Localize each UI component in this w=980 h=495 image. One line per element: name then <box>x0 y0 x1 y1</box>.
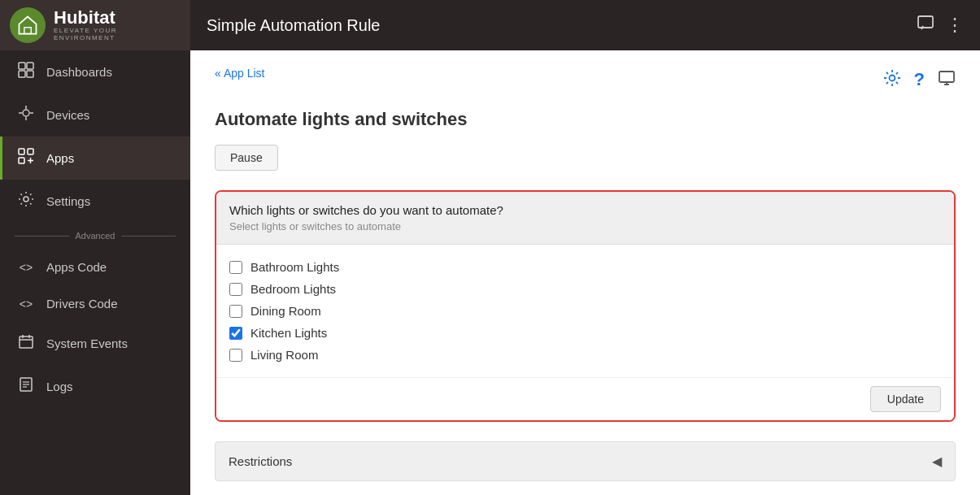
svg-rect-27 <box>939 72 954 82</box>
logo-subtitle: ELEVATE YOUR ENVIRONMENT <box>54 27 181 41</box>
svg-rect-25 <box>918 16 933 28</box>
restrictions-bar[interactable]: Restrictions ◀ <box>215 441 956 481</box>
svg-rect-3 <box>27 63 33 69</box>
svg-point-6 <box>23 110 29 116</box>
devices-icon <box>17 105 35 125</box>
settings-icon <box>17 191 35 211</box>
sidebar-item-apps-code[interactable]: <> Apps Code <box>0 249 190 285</box>
selection-box: Which lights or switches do you want to … <box>215 190 956 422</box>
svg-rect-13 <box>19 158 24 163</box>
svg-rect-17 <box>20 337 33 348</box>
checkbox-label: Kitchen Lights <box>250 326 327 340</box>
gear-icon[interactable] <box>883 69 901 91</box>
sidebar-header: Hubitat ELEVATE YOUR ENVIRONMENT <box>0 0 190 50</box>
svg-rect-12 <box>28 149 33 154</box>
sidebar-item-label: Devices <box>46 108 89 122</box>
sidebar-item-label: Apps <box>46 151 74 165</box>
sidebar-item-dashboards[interactable]: Dashboards <box>0 50 190 93</box>
checkbox-label: Living Room <box>250 348 318 362</box>
more-icon[interactable]: ⋮ <box>946 15 964 36</box>
restrictions-label: Restrictions <box>229 454 292 468</box>
system-events-icon <box>17 333 35 354</box>
sidebar-item-label: Drivers Code <box>46 297 118 310</box>
svg-rect-4 <box>19 71 25 77</box>
sidebar-item-drivers-code[interactable]: <> Drivers Code <box>0 285 190 322</box>
checkbox-label: Bathroom Lights <box>250 260 339 274</box>
logo-icon <box>10 7 46 43</box>
list-item[interactable]: Bedroom Lights <box>229 278 941 300</box>
bathroom-lights-checkbox[interactable] <box>229 261 242 274</box>
topbar: Simple Automation Rule ⋮ <box>190 0 980 50</box>
topbar-icons: ⋮ <box>917 15 964 37</box>
sidebar-item-apps[interactable]: Apps <box>0 137 190 180</box>
list-item[interactable]: Dining Room <box>229 300 941 322</box>
update-button[interactable]: Update <box>870 386 941 412</box>
apps-code-icon: <> <box>17 261 35 274</box>
logo-title: Hubitat <box>54 9 181 27</box>
checkbox-label: Bedroom Lights <box>250 282 336 296</box>
list-item[interactable]: Kitchen Lights <box>229 322 941 344</box>
svg-rect-5 <box>27 71 33 77</box>
pause-button[interactable]: Pause <box>215 145 278 171</box>
svg-rect-11 <box>19 149 24 154</box>
content-header-icons: ? <box>883 69 956 91</box>
logo-text: Hubitat ELEVATE YOUR ENVIRONMENT <box>54 9 181 41</box>
svg-point-26 <box>889 75 895 80</box>
svg-rect-2 <box>19 63 25 69</box>
selection-box-footer: Update <box>216 377 954 420</box>
main-container: Simple Automation Rule ⋮ « App List <box>190 0 980 495</box>
checkbox-label: Dining Room <box>250 304 321 318</box>
sidebar-item-devices[interactable]: Devices <box>0 93 190 137</box>
selection-question: Which lights or switches do you want to … <box>229 203 941 217</box>
logs-icon <box>17 376 35 397</box>
sidebar-item-settings[interactable]: Settings <box>0 180 190 223</box>
drivers-code-icon: <> <box>17 297 35 310</box>
selection-hint: Select lights or switches to automate <box>229 220 941 232</box>
content-area: « App List ? Automate l <box>190 50 980 495</box>
chat-icon[interactable] <box>917 15 934 37</box>
sidebar-item-system-events[interactable]: System Events <box>0 322 190 365</box>
living-room-checkbox[interactable] <box>229 349 242 362</box>
selection-box-header: Which lights or switches do you want to … <box>216 192 954 245</box>
sidebar-item-logs[interactable]: Logs <box>0 365 190 408</box>
page-title: Automate lights and switches <box>215 109 956 130</box>
help-icon[interactable]: ? <box>914 69 925 90</box>
sidebar-item-label: Apps Code <box>46 260 107 274</box>
advanced-divider: Advanced <box>0 223 190 249</box>
svg-marker-0 <box>20 17 37 34</box>
svg-point-16 <box>24 197 28 202</box>
sidebar: Hubitat ELEVATE YOUR ENVIRONMENT Dashboa… <box>0 0 190 495</box>
content-header-row: « App List ? <box>215 67 956 93</box>
restrictions-arrow-icon: ◀ <box>932 454 942 469</box>
sidebar-item-label: Dashboards <box>46 65 112 79</box>
display-icon[interactable] <box>938 69 956 91</box>
dashboard-icon <box>17 62 35 82</box>
dining-room-checkbox[interactable] <box>229 305 242 318</box>
list-item[interactable]: Living Room <box>229 344 941 366</box>
svg-rect-1 <box>24 28 31 34</box>
selection-box-body: Bathroom Lights Bedroom Lights Dining Ro… <box>216 245 954 377</box>
kitchen-lights-checkbox[interactable] <box>229 327 242 340</box>
sidebar-item-label: System Events <box>46 337 128 350</box>
apps-icon <box>17 148 35 168</box>
list-item[interactable]: Bathroom Lights <box>229 256 941 278</box>
topbar-title: Simple Automation Rule <box>207 16 380 35</box>
bedroom-lights-checkbox[interactable] <box>229 283 242 296</box>
sidebar-item-label: Logs <box>46 380 73 393</box>
sidebar-item-label: Settings <box>46 194 90 208</box>
app-list-link[interactable]: « App List <box>215 67 265 80</box>
